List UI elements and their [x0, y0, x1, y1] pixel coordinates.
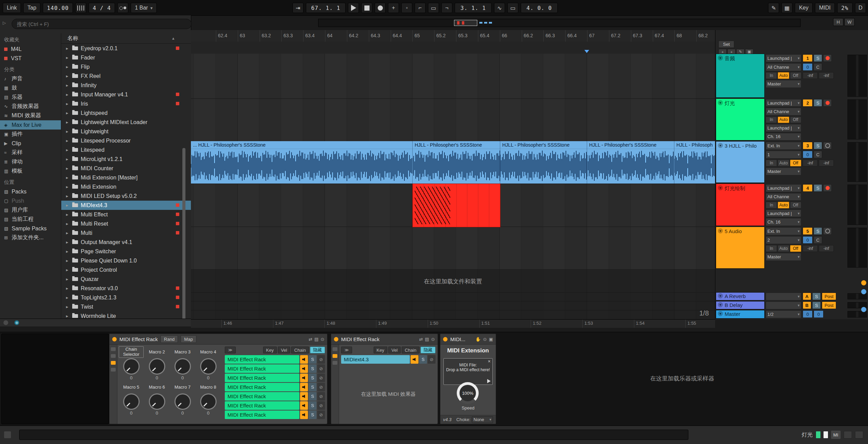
fold-device-icon[interactable]: ⊙: [321, 337, 324, 342]
disclosure-arrow-icon[interactable]: ▸: [66, 304, 72, 309]
sort-arrow-icon[interactable]: ▲: [171, 36, 175, 40]
punch-out-icon[interactable]: ¬: [441, 3, 452, 13]
browser-item[interactable]: ▸ Multi: [61, 228, 191, 238]
disclosure-arrow-icon[interactable]: ▸: [66, 240, 72, 245]
macro-control[interactable]: Macro 4 0: [196, 347, 221, 380]
macro-control[interactable]: Macro 5 0: [119, 382, 144, 416]
hide-chains-button[interactable]: 隐藏: [310, 347, 325, 353]
computer-midi-keyboard-icon[interactable]: ▦: [781, 3, 792, 13]
browser-item[interactable]: ▸ Quazar: [61, 274, 191, 284]
chain-solo-button[interactable]: S: [309, 383, 316, 391]
play-button[interactable]: [348, 3, 359, 13]
solo-button[interactable]: S: [814, 184, 822, 192]
disclosure-arrow-icon[interactable]: ▸: [66, 166, 72, 171]
macro-knob[interactable]: [120, 355, 143, 378]
pre-post-toggle[interactable]: Post: [822, 293, 836, 300]
rack-chain-row[interactable]: MIDI Effect Rack S ⊘: [225, 411, 325, 419]
macro-control[interactable]: Macro 8 0: [196, 382, 221, 416]
chain-io-toggle-icon[interactable]: ≫: [341, 347, 352, 353]
send-a-field[interactable]: -inf: [803, 245, 818, 252]
disclosure-arrow-icon[interactable]: ▸: [66, 203, 72, 208]
sidebar-place-item[interactable]: ▨ 用户库: [0, 205, 61, 215]
arrangement-overview[interactable]: [318, 19, 801, 27]
return-io-select[interactable]: [766, 293, 801, 300]
disclosure-arrow-icon[interactable]: ▸: [66, 73, 72, 79]
master-scroll-icon[interactable]: [861, 307, 866, 312]
return-activator[interactable]: A: [803, 293, 811, 300]
track-activator[interactable]: 1: [803, 54, 813, 62]
map-button[interactable]: Map: [181, 335, 196, 343]
preview-icon[interactable]: [3, 320, 8, 325]
disclosure-arrow-icon[interactable]: ▸: [66, 295, 72, 300]
fold-track-icon[interactable]: ▾: [718, 100, 723, 105]
chain-solo-button[interactable]: S: [419, 355, 427, 364]
clear-file-icon[interactable]: ×: [488, 359, 491, 364]
browser-item[interactable]: ▸ Eyedrop v2.0.1: [61, 44, 191, 53]
chain-hotswap-icon[interactable]: ⊘: [428, 355, 436, 364]
browser-item[interactable]: ▸ Fader: [61, 53, 191, 62]
chain-activator-button[interactable]: [300, 411, 308, 419]
play-file-icon[interactable]: [487, 379, 491, 383]
chain-io-toggle-icon[interactable]: ≫: [225, 347, 236, 353]
tap-tempo-button[interactable]: Tap: [23, 3, 40, 13]
browser-item[interactable]: ▸ Twist: [61, 302, 191, 311]
browser-item[interactable]: ▸ Project Control: [61, 265, 191, 274]
chain-hotswap-icon[interactable]: ⊘: [317, 374, 325, 382]
browser-item[interactable]: ▸ Output Manager v4.1: [61, 238, 191, 247]
rack-view-toggles[interactable]: [331, 345, 339, 424]
sidebar-category-item[interactable]: ◈ Max for Live: [0, 120, 61, 130]
disclosure-arrow-icon[interactable]: ▸: [66, 120, 72, 125]
key-map-toggle[interactable]: Key: [795, 3, 813, 13]
track-activator[interactable]: 5: [803, 227, 813, 235]
macro-knob[interactable]: [171, 390, 194, 413]
devices-view-icon[interactable]: [333, 361, 337, 365]
pan-center-button[interactable]: C: [814, 63, 822, 71]
sidebar-place-item[interactable]: ▧ Packs: [0, 187, 61, 196]
set-locator-button[interactable]: Set: [718, 41, 734, 48]
arm-button[interactable]: [823, 99, 832, 107]
disclosure-arrow-icon[interactable]: ▸: [66, 184, 72, 189]
device-on-icon[interactable]: [443, 337, 448, 341]
overdub-plus-icon[interactable]: +: [388, 3, 399, 13]
browser-item[interactable]: ▸ Resonator v3.0: [61, 284, 191, 293]
record-button[interactable]: [375, 3, 386, 13]
pan-knob[interactable]: 0: [803, 151, 813, 158]
pan-center-button[interactable]: C: [814, 236, 822, 244]
reenable-automation-icon[interactable]: ▭: [507, 3, 518, 13]
return-io-select[interactable]: [766, 301, 801, 309]
arm-button[interactable]: [823, 54, 832, 62]
return-track-header[interactable]: ▾ A Reverb: [716, 292, 765, 300]
midi-effect-rack-device-1[interactable]: MIDI Effect Rack Rand Map ⇄ ▤ ⊙: [109, 334, 327, 424]
midi-file-drop-zone[interactable]: × MIDI File: Drop a MIDI effect here!: [443, 358, 493, 385]
arrangement-lanes[interactable]: ... HJLL - Philosopher's SSSStone HJLL -…: [191, 54, 715, 319]
device-title-bar[interactable]: MIDI Effect Rack Rand Map ⇄ ▤ ⊙: [109, 334, 327, 345]
disclosure-arrow-icon[interactable]: ▸: [66, 157, 72, 162]
track-header[interactable]: ▾ 灯光: [716, 98, 765, 140]
insert-marker-icon[interactable]: [584, 50, 589, 53]
fold-track-icon[interactable]: ▾: [718, 143, 723, 148]
browser-collapse-arrow[interactable]: ▷: [3, 21, 6, 25]
session-record-icon[interactable]: ◦: [401, 3, 412, 13]
browser-item[interactable]: ▸ Infinity: [61, 81, 191, 90]
monitor-switch[interactable]: In Auto Off: [766, 245, 801, 252]
midi-effect-rack-device-2[interactable]: MIDI Effect Rack ⇄ ▤ ⊙ ≫ Key: [331, 334, 438, 424]
chain-hotswap-icon[interactable]: ⊘: [317, 383, 325, 391]
disclosure-arrow-icon[interactable]: ▸: [66, 193, 72, 199]
browser-item[interactable]: ▸ MIDIext4.3: [61, 201, 191, 210]
track-activator[interactable]: 3: [803, 142, 813, 149]
lane-track-1[interactable]: [191, 54, 715, 99]
input-channel-select[interactable]: 1: [766, 151, 801, 159]
macro-knob[interactable]: [197, 355, 220, 378]
disclosure-arrow-icon[interactable]: ▸: [66, 286, 72, 291]
solo-button[interactable]: S: [812, 293, 821, 300]
speed-knob[interactable]: 100%: [457, 382, 479, 404]
draw-mode-icon[interactable]: ✎: [768, 3, 779, 13]
expand-icon[interactable]: [855, 431, 863, 439]
arm-button[interactable]: [823, 142, 832, 149]
stop-button[interactable]: [361, 3, 372, 13]
disclosure-arrow-icon[interactable]: ▸: [66, 83, 72, 88]
overview-view-box[interactable]: [454, 20, 477, 26]
loop-icon[interactable]: ▭: [428, 3, 439, 13]
fold-device-icon[interactable]: ⊙: [431, 337, 435, 342]
browser-item[interactable]: ▸ Litespeed Processor: [61, 136, 191, 145]
